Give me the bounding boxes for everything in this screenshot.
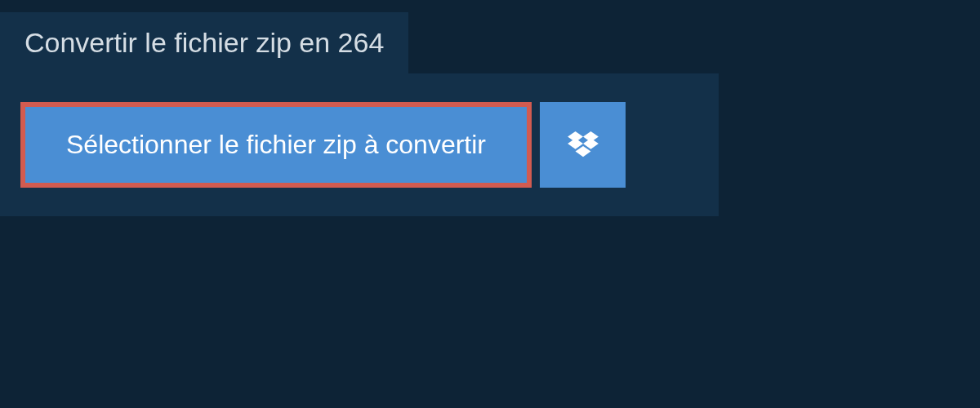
tab-convert[interactable]: Convertir le fichier zip en 264 (0, 12, 408, 73)
dropbox-button[interactable] (540, 102, 626, 188)
tab-title: Convertir le fichier zip en 264 (24, 27, 384, 58)
dropbox-icon (568, 131, 599, 159)
main-panel: Sélectionner le fichier zip à convertir (0, 73, 719, 216)
tab-container: Convertir le fichier zip en 264 (0, 0, 980, 73)
select-file-button[interactable]: Sélectionner le fichier zip à convertir (20, 102, 532, 188)
select-file-label: Sélectionner le fichier zip à convertir (66, 130, 486, 160)
button-row: Sélectionner le fichier zip à convertir (20, 102, 698, 188)
